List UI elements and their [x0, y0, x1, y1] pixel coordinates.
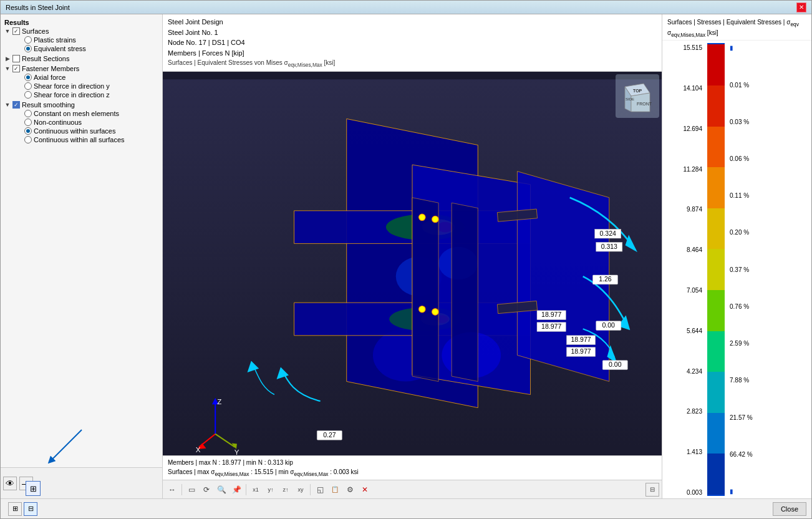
color-seg-0: [707, 44, 725, 85]
close-window-button[interactable]: ✕: [796, 2, 806, 12]
svg-text:FRONT: FRONT: [637, 102, 652, 106]
bottom-icon-2[interactable]: ⊟: [24, 502, 37, 516]
tool-zoom[interactable]: 🔍: [215, 483, 228, 497]
sidebar-item-continuous-surfaces[interactable]: Continuous within surfaces: [4, 127, 158, 135]
orientation-cube[interactable]: TOP SIDE FRONT: [616, 74, 659, 118]
legend-content: 15.515 14.104 12.694 11.284 9.874 8.464 …: [662, 41, 811, 498]
tool-copy[interactable]: 📋: [328, 483, 342, 497]
sidebar-item-surfaces[interactable]: ▼ Surfaces: [4, 27, 158, 36]
continuous-surfaces-radio[interactable]: [24, 127, 32, 135]
color-seg-7: [707, 331, 725, 372]
status-bar: ⊞ ⊟ Close: [1, 498, 811, 518]
svg-text:TOP: TOP: [633, 89, 642, 93]
non-continuous-radio[interactable]: [24, 119, 32, 126]
color-seg-6: [707, 290, 725, 331]
bottom-icon-1[interactable]: ⊞: [8, 502, 22, 516]
header-line1: Steel Joint Design: [168, 17, 657, 27]
legend-val-8: 4.234: [687, 368, 702, 375]
sidebar-item-shear-z[interactable]: Shear force in direction z: [4, 90, 158, 99]
pct-7: 2.59 %: [730, 340, 809, 347]
continuous-all-label: Continuous within all surfaces: [34, 136, 125, 143]
sidebar-item-result-smoothing[interactable]: ▼ Result smoothing: [4, 100, 158, 109]
sidebar-item-axial-force[interactable]: Axial force: [4, 73, 158, 82]
legend-val-11: 0.003: [687, 489, 702, 496]
sidebar-item-fastener-members[interactable]: ▼ Fastener Members: [4, 64, 158, 73]
svg-point-23: [432, 216, 439, 223]
legend-header: Surfaces | Stresses | Equivalent Stresse…: [662, 14, 811, 41]
svg-text:18.977: 18.977: [541, 311, 561, 319]
continuous-surfaces-label: Continuous within surfaces: [34, 127, 115, 135]
sidebar-item-constant-mesh[interactable]: Constant on mesh elements: [4, 109, 158, 118]
separator3: [310, 484, 311, 495]
svg-marker-18: [412, 198, 438, 382]
bottom-bar-marker: ▮: [730, 488, 809, 495]
axial-force-radio[interactable]: [24, 74, 32, 81]
header-subtitle: Surfaces | Equivalent Stresses von Mises…: [168, 58, 657, 69]
shear-z-label: Shear force in direction z: [34, 91, 110, 99]
sidebar-item-shear-y[interactable]: Shear force in direction y: [4, 82, 158, 90]
top-bar-marker: ▮: [730, 44, 809, 51]
svg-text:18.977: 18.977: [571, 336, 591, 344]
sidebar-item-continuous-all[interactable]: Continuous within all surfaces: [4, 135, 158, 144]
center-header: Steel Joint Design Steel Joint No. 1 Nod…: [163, 14, 662, 72]
pct-0: 0.01 %: [730, 82, 809, 89]
tool-y1[interactable]: y↑: [264, 483, 278, 497]
3d-scene: 1.26 0.00 0.00 0.27 18.977 18: [163, 72, 662, 455]
svg-text:SIDE: SIDE: [626, 97, 634, 101]
header-line3: Node No. 17 | DS1 | CO4: [168, 37, 657, 48]
tool-rotate[interactable]: ⟳: [200, 483, 213, 497]
result-sections-label: Result Sections: [22, 55, 69, 62]
pct-8: 7.88 %: [730, 377, 809, 384]
viewport[interactable]: 1.26 0.00 0.00 0.27 18.977 18: [163, 72, 662, 455]
tool-move[interactable]: ↔: [165, 483, 179, 497]
surfaces-checkbox[interactable]: [12, 27, 20, 35]
tool-info[interactable]: ⊟: [645, 483, 659, 497]
eye-icon-button[interactable]: 👁: [3, 477, 17, 490]
shear-z-radio[interactable]: [24, 91, 32, 99]
sidebar-item-non-continuous[interactable]: Non-continuous: [4, 118, 158, 127]
plastic-strains-radio[interactable]: [24, 36, 32, 44]
color-seg-10: [707, 454, 725, 495]
constant-mesh-radio[interactable]: [24, 110, 32, 117]
right-panel: Surfaces | Stresses | Equivalent Stresse…: [662, 14, 811, 498]
tool-select[interactable]: ▭: [185, 483, 198, 497]
result-smoothing-checkbox[interactable]: [12, 101, 20, 109]
table-icon-button[interactable]: ⊞: [26, 481, 41, 496]
legend-val-4: 9.874: [687, 206, 702, 213]
legend-val-10: 1.413: [687, 449, 702, 455]
tool-xy[interactable]: xy: [294, 483, 307, 497]
sidebar-item-plastic-strains[interactable]: Plastic strains: [4, 36, 158, 44]
pct-5: 0.37 %: [730, 266, 809, 273]
continuous-all-radio[interactable]: [24, 136, 32, 143]
pct-6: 0.76 %: [730, 303, 809, 310]
legend-val-2: 12.694: [683, 125, 702, 132]
separator1: [181, 484, 182, 495]
sidebar-item-equivalent-stress[interactable]: Equivalent stress: [4, 44, 158, 53]
tool-z1[interactable]: z↑: [279, 483, 292, 497]
shear-y-radio[interactable]: [24, 82, 32, 90]
results-header: Results: [4, 18, 158, 27]
equivalent-stress-radio[interactable]: [24, 45, 32, 52]
close-button[interactable]: Close: [773, 502, 806, 516]
legend-val-5: 8.464: [687, 246, 702, 253]
legend-title: Surfaces | Stresses | Equivalent Stresse…: [667, 18, 806, 39]
non-continuous-label: Non-continuous: [34, 119, 82, 126]
viewport-toolbar: ↔ ▭ ⟳ 🔍 📌 x1 y↑ z↑ xy ◱ 📋 ⚙ ✕ ⊟: [163, 480, 662, 498]
legend-values: 15.515 14.104 12.694 11.284 9.874 8.464 …: [665, 43, 702, 496]
tool-settings[interactable]: ⚙: [343, 483, 357, 497]
tool-x1[interactable]: x1: [249, 483, 263, 497]
svg-text:0.00: 0.00: [602, 322, 616, 329]
color-seg-9: [707, 413, 725, 454]
main-content: Results ▼ Surfaces Plastic strains Equiv…: [1, 14, 811, 498]
result-sections-checkbox[interactable]: [12, 55, 20, 62]
fastener-checkbox[interactable]: [12, 65, 20, 72]
sidebar-item-result-sections[interactable]: ▶ Result Sections: [4, 54, 158, 63]
tool-pin[interactable]: 📌: [230, 483, 243, 497]
color-bar: [707, 43, 725, 496]
header-line4: Members | Forces N [kip]: [168, 48, 657, 59]
tool-close[interactable]: ✕: [358, 483, 372, 497]
tool-frame[interactable]: ◱: [313, 483, 327, 497]
tree-panel: Results ▼ Surfaces Plastic strains Equiv…: [1, 14, 162, 467]
expand-icon-sections: ▶: [4, 56, 11, 62]
fastener-members-label: Fastener Members: [22, 65, 79, 72]
